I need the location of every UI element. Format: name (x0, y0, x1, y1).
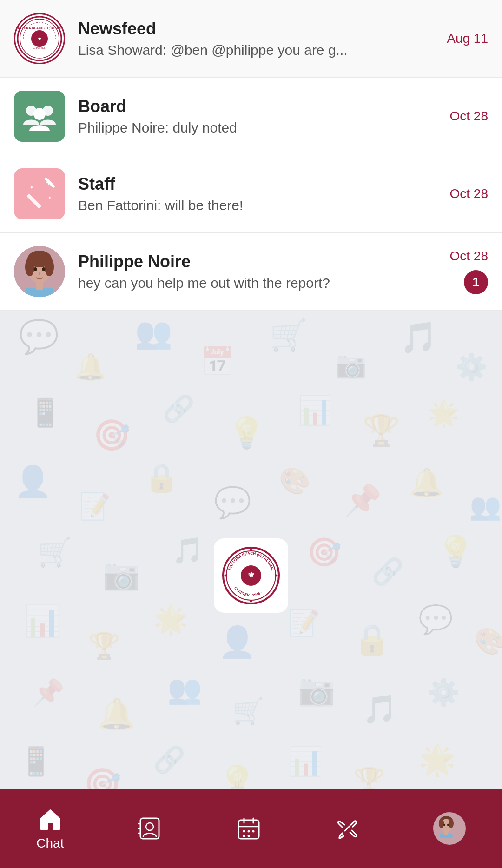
svg-text:👥: 👥 (469, 491, 502, 522)
svg-point-90 (250, 549, 252, 551)
svg-point-22 (39, 272, 40, 275)
svg-text:🎯: 🎯 (93, 417, 131, 453)
newsfeed-preview: Lisa Showard: @ben @philippe you are g..… (78, 42, 437, 58)
svg-text:💬: 💬 (19, 318, 59, 356)
nav-item-chat[interactable]: Chat (36, 806, 64, 851)
svg-text:🎯: 🎯 (307, 536, 342, 569)
svg-text:🎨: 🎨 (279, 466, 311, 496)
svg-text:🔔: 🔔 (409, 466, 444, 499)
svg-text:🏆: 🏆 (88, 631, 120, 661)
svg-point-112 (448, 819, 453, 828)
calendar-icon (236, 815, 262, 841)
svg-text:🎵: 🎵 (172, 536, 204, 566)
svg-text:⚜: ⚜ (38, 37, 41, 41)
svg-text:📌: 📌 (344, 482, 382, 518)
svg-point-105 (252, 830, 254, 833)
board-avatar (14, 91, 65, 142)
philippe-badge: 1 (464, 270, 488, 294)
svg-text:👥: 👥 (135, 315, 173, 351)
philippe-content: Philippe Noire hey can you help me out w… (78, 252, 441, 291)
staff-time: Oct 28 (450, 186, 488, 201)
svg-text:🛒: 🛒 (37, 536, 72, 569)
svg-rect-9 (26, 193, 42, 209)
chat-item-newsfeed[interactable]: DAYTONA BEACH (FL) ALUMNI ⚜ CHAPTER News… (0, 0, 502, 78)
svg-point-19 (45, 258, 54, 276)
nav-item-link[interactable] (334, 815, 360, 841)
svg-text:DAYTONA BEACH (FL) ALUMNI: DAYTONA BEACH (FL) ALUMNI (16, 27, 63, 30)
contacts-icon (137, 815, 163, 841)
svg-text:💬: 💬 (214, 484, 252, 521)
board-content: Board Philippe Noire: duly noted (78, 97, 441, 136)
svg-point-91 (250, 600, 252, 603)
svg-text:📱: 📱 (19, 745, 53, 778)
svg-text:✦: ✦ (45, 178, 52, 187)
svg-text:👥: 👥 (167, 673, 202, 706)
svg-text:📊: 📊 (23, 603, 61, 639)
philippe-preview: hey can you help me out with the report? (78, 275, 441, 291)
chat-background: 💬 🔔 👥 📅 🛒 📷 🎵 ⚙️ 📱 🎯 🔗 💡 📊 🏆 🌟 👤 📝 🔒 💬 🎨… (0, 311, 502, 841)
link-icon (334, 815, 360, 841)
svg-text:📷: 📷 (297, 672, 336, 708)
svg-text:📷: 📷 (102, 557, 140, 593)
nav-item-contacts[interactable] (137, 815, 163, 841)
svg-point-104 (247, 830, 250, 833)
svg-point-93 (276, 575, 278, 577)
svg-text:🔒: 🔒 (144, 461, 179, 494)
chat-item-board[interactable]: Board Philippe Noire: duly noted Oct 28 (0, 78, 502, 155)
philippe-meta: Oct 28 1 (450, 249, 488, 294)
svg-text:📱: 📱 (28, 396, 63, 429)
svg-point-107 (247, 835, 250, 837)
board-preview: Philippe Noire: duly noted (78, 120, 441, 136)
svg-text:📌: 📌 (33, 677, 65, 708)
svg-text:📅: 📅 (200, 345, 235, 378)
svg-text:📊: 📊 (297, 394, 332, 427)
chat-item-staff[interactable]: ✦ ✦ ✦ Staff Ben Fattorini: will be there… (0, 155, 502, 233)
svg-point-8 (33, 108, 46, 120)
svg-point-113 (443, 824, 445, 826)
nav-item-calendar[interactable] (236, 815, 262, 841)
staff-meta: Oct 28 (450, 186, 488, 201)
svg-text:🔔: 🔔 (98, 696, 136, 732)
newsfeed-time: Aug 11 (447, 31, 488, 46)
staff-avatar: ✦ ✦ ✦ (14, 168, 65, 219)
svg-text:👤: 👤 (14, 464, 52, 500)
svg-text:✦: ✦ (29, 184, 34, 191)
svg-text:👤: 👤 (218, 624, 257, 660)
svg-text:💡: 💡 (228, 415, 266, 451)
svg-text:📝: 📝 (288, 608, 320, 638)
svg-text:🔔: 🔔 (74, 352, 106, 382)
newsfeed-name: Newsfeed (78, 19, 437, 39)
svg-text:💡: 💡 (437, 533, 475, 570)
svg-text:🔒: 🔒 (353, 622, 391, 658)
svg-text:💬: 💬 (418, 603, 453, 636)
svg-text:CHAPTER: CHAPTER (33, 46, 46, 49)
newsfeed-avatar: DAYTONA BEACH (FL) ALUMNI ⚜ CHAPTER (14, 13, 65, 64)
staff-name: Staff (78, 174, 441, 194)
svg-point-106 (243, 835, 245, 837)
svg-point-92 (225, 575, 227, 577)
svg-text:📊: 📊 (288, 745, 323, 778)
svg-text:⚙️: ⚙️ (456, 352, 488, 382)
svg-text:📝: 📝 (79, 491, 111, 522)
staff-content: Staff Ben Fattorini: will be there! (78, 174, 441, 213)
svg-text:🔗: 🔗 (153, 745, 185, 775)
nav-item-profile[interactable] (433, 812, 466, 845)
svg-rect-116 (444, 831, 448, 835)
svg-text:🎨: 🎨 (474, 626, 502, 656)
philippe-time: Oct 28 (450, 249, 488, 264)
newsfeed-meta: Aug 11 (447, 31, 488, 46)
chat-item-philippe[interactable]: Philippe Noire hey can you help me out w… (0, 233, 502, 311)
svg-text:🛒: 🛒 (232, 696, 264, 726)
board-meta: Oct 28 (450, 109, 488, 124)
svg-rect-24 (36, 281, 43, 290)
svg-text:🛒: 🛒 (270, 317, 308, 353)
svg-text:🔗: 🔗 (372, 557, 404, 587)
home-icon (37, 806, 63, 832)
svg-point-103 (243, 830, 245, 833)
svg-text:⚙️: ⚙️ (428, 677, 460, 708)
svg-text:⚜: ⚜ (247, 570, 255, 580)
svg-text:✦: ✦ (48, 195, 52, 200)
chat-list: DAYTONA BEACH (FL) ALUMNI ⚜ CHAPTER News… (0, 0, 502, 311)
svg-point-111 (439, 819, 444, 828)
svg-text:🌟: 🌟 (153, 603, 188, 636)
